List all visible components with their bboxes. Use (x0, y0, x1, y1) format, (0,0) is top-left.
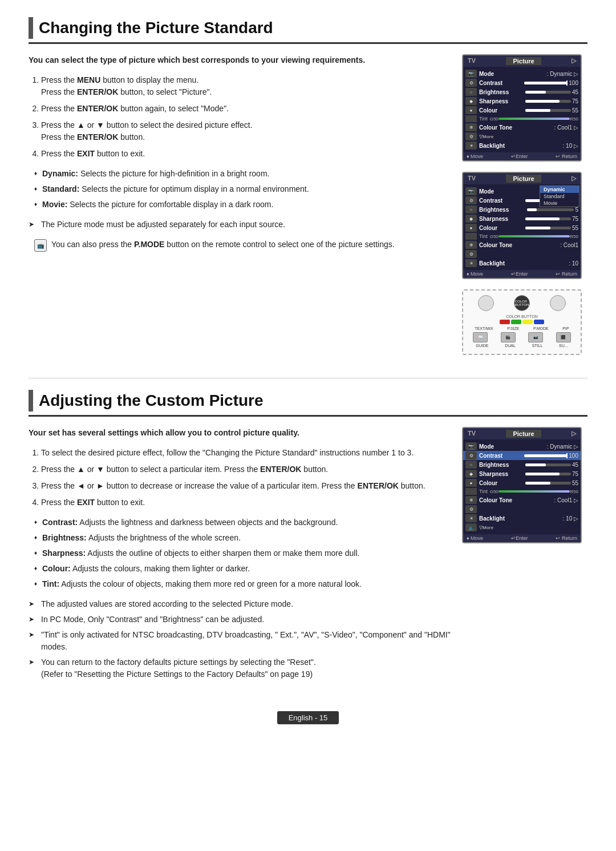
tv3-icon-settings: ⚙ (465, 505, 477, 513)
tv2-header: TV Picture ▷ (463, 173, 581, 184)
tv1-icon-colour: ● (465, 106, 477, 114)
tv2-mode-dropdown: Dynamic Standard Movie (540, 185, 579, 207)
remote-btn-circle1 (478, 295, 494, 311)
tv2-icon-settings: ⚙ (465, 250, 477, 258)
remote-label-psize: P.SIZE (507, 326, 519, 330)
tv3-icon-more: 📺 (465, 523, 477, 531)
tv2-row-settings: ⚙ (463, 249, 581, 259)
tv3-icon-tint (465, 488, 477, 495)
arrow-note-2-3: "Tint" is only activated for NTSC broadc… (29, 629, 451, 653)
heading-bar-2 (29, 390, 33, 412)
tv3-body: 📷 Mode : Dynamic ▷ ⚙ Contrast 100 (463, 439, 581, 534)
section-changing-picture: Changing the Picture Standard You can se… (29, 17, 587, 355)
tv1-icon-backlight: ☀ (465, 142, 477, 150)
remote-icon-btn1: 📖 (473, 332, 488, 342)
tv-screen-2: TV Picture ▷ 📷 Mode Dynamic (462, 172, 582, 279)
remote-label-su: SU... (559, 344, 568, 348)
step-2-2: Press the ▲ or ▼ button to select a part… (41, 463, 451, 475)
tv1-icon-sharpness: ◆ (465, 97, 477, 105)
section1-arrow-notes: The Picture mode must be adjusted separa… (29, 219, 451, 231)
section2-heading: Adjusting the Custom Picture (29, 390, 587, 417)
section-divider (29, 378, 587, 378)
tv2-body: 📷 Mode Dynamic Standard Movie (463, 184, 581, 270)
remote-label-guide: GUIDE (476, 344, 488, 348)
tv2-icon-brightness: ○ (465, 205, 477, 213)
tv2-icon-sharpness: ◆ (465, 215, 477, 223)
bullet-contrast: Contrast: Adjusts the lightness and dark… (34, 517, 451, 529)
tv-screen-3: TV Picture ▷ 📷 Mode : Dynamic ▷ ⚙ Contra… (462, 427, 582, 543)
section1-steps-col: You can select the type of picture which… (29, 54, 451, 260)
section2-bullets: Contrast: Adjusts the lightness and dark… (29, 517, 451, 590)
tv2-icon-tint (465, 233, 477, 240)
remote-label-textmix: TEXT/MIX (475, 326, 493, 330)
tv3-icon-backlight: ☀ (465, 514, 477, 522)
bullet-standard: Standard: Selects the picture for optimu… (34, 183, 451, 195)
tv3-row-colourtone: ❄ Colour Tone : Cool1 ▷ (463, 495, 581, 505)
tv1-label: TV (468, 57, 476, 65)
tv3-icon-contrast: ⚙ (465, 451, 477, 459)
remote-icon-btn4: ⬛ (556, 332, 571, 342)
remote-control-image: COLORBUTTON COLOR BUTTON TEXT/MIX P.SIZE… (462, 289, 582, 355)
tv1-icon-brightness: ○ (465, 88, 477, 96)
tv1-row-colour: ● Colour 55 (463, 106, 581, 115)
tv3-row-backlight: ☀ Backlight : 10 ▷ (463, 514, 581, 523)
remote-color-green (511, 320, 521, 324)
tv3-row-settings: ⚙ (463, 505, 581, 514)
tv2-row-colour: ● Colour 55 (463, 223, 581, 232)
tv2-icon-colourtone: ❄ (465, 241, 477, 249)
section2-content: Your set has several settings which allo… (29, 427, 587, 688)
arrow-note-2-4: You can return to the factory defaults p… (29, 656, 451, 680)
tv2-row-mode: 📷 Mode Dynamic Standard Movie (463, 187, 581, 196)
tv2-footer: ♦ Move ↵Enter ↩ Return (463, 270, 581, 278)
section2-screen-col: TV Picture ▷ 📷 Mode : Dynamic ▷ ⚙ Contra… (462, 427, 587, 549)
remote-color-label: COLOR BUTTON (468, 314, 576, 318)
arrow-note-2-2: In PC Mode, Only "Contrast" and "Brightn… (29, 614, 451, 626)
tv3-row-more: 📺 ▽More (463, 523, 581, 532)
tv2-icon-contrast: ⚙ (465, 196, 477, 204)
tv1-body: 📷 Mode : Dynamic ▷ ⚙ Contrast (463, 67, 581, 152)
remote-color-red (500, 320, 510, 324)
tv3-icon-colourtone: ❄ (465, 496, 477, 504)
bullet-colour2: Colour: Adjusts the colours, making them… (34, 563, 451, 575)
remote-color-yellow (522, 320, 533, 324)
remote-note-icon: 📺 (34, 239, 47, 252)
remote-icon-btn3: 📷 (528, 332, 543, 342)
step-1-2: Press the ENTER/OK button again, to sele… (41, 103, 451, 115)
tv3-row-tint: Tint G50 R50 (463, 487, 581, 495)
tv2-icon-backlight: ☀ (465, 259, 477, 267)
tv1-row-colourtone: ❄ Colour Tone : Cool1 ▷ (463, 123, 581, 132)
tv1-icon-colourtone: ❄ (465, 123, 477, 131)
section1-screens-col: TV Picture ▷ 📷 Mode : Dynamic ▷ (462, 54, 587, 355)
section2-arrow-notes: The adjusted values are stored according… (29, 598, 451, 680)
tv2-dropdown-dynamic: Dynamic (540, 186, 579, 193)
section2-title: Adjusting the Custom Picture (39, 392, 264, 410)
bullet-brightness: Brightness: Adjusts the brightness of th… (34, 532, 451, 544)
tv1-icon-contrast: ⚙ (465, 79, 477, 87)
tv1-row-brightness: ○ Brightness 45 (463, 87, 581, 96)
section1-title: Changing the Picture Standard (39, 19, 273, 37)
tv1-row-contrast: ⚙ Contrast 100 (463, 78, 581, 87)
step-2-4: Press the EXIT button to exit. (41, 497, 451, 509)
remote-color-buttons (468, 320, 576, 324)
page-number-text: English - 15 (289, 713, 328, 722)
step-1-1: Press the MENU button to display the men… (41, 74, 451, 98)
tv3-icon-sharpness: ◆ (465, 470, 477, 478)
tv1-icon-cam: 📷 (465, 70, 477, 78)
section1-heading: Changing the Picture Standard (29, 17, 587, 44)
remote-bottom-labels: GUIDE DUAL STILL SU... (468, 344, 576, 348)
step-2-3: Press the ◄ or ► button to decrease or i… (41, 480, 451, 492)
section1-intro: You can select the type of picture which… (29, 54, 451, 66)
section-adjusting-picture: Adjusting the Custom Picture Your set ha… (29, 390, 587, 688)
tv3-row-brightness: ○ Brightness 45 (463, 460, 581, 469)
tv1-row-sharpness: ◆ Sharpness 75 (463, 96, 581, 106)
remote-top-row: COLORBUTTON (468, 295, 576, 311)
tv2-row-colourtone: ❄ Colour Tone : Cool1 (463, 240, 581, 249)
tv3-header: TV Picture ▷ (463, 428, 581, 439)
remote-note-text: You can also press the P.MODE button on … (51, 239, 395, 251)
remote-icon-buttons: 📖 🎬 📷 ⬛ (468, 332, 576, 342)
bullet-movie: Movie: Selects the picture for comfortab… (34, 199, 451, 211)
arrow-note-2-1: The adjusted values are stored according… (29, 598, 451, 610)
remote-label-still: STILL (532, 344, 543, 348)
tv2-dropdown-movie: Movie (540, 200, 579, 207)
screens-stack-1: TV Picture ▷ 📷 Mode : Dynamic ▷ (462, 54, 587, 355)
